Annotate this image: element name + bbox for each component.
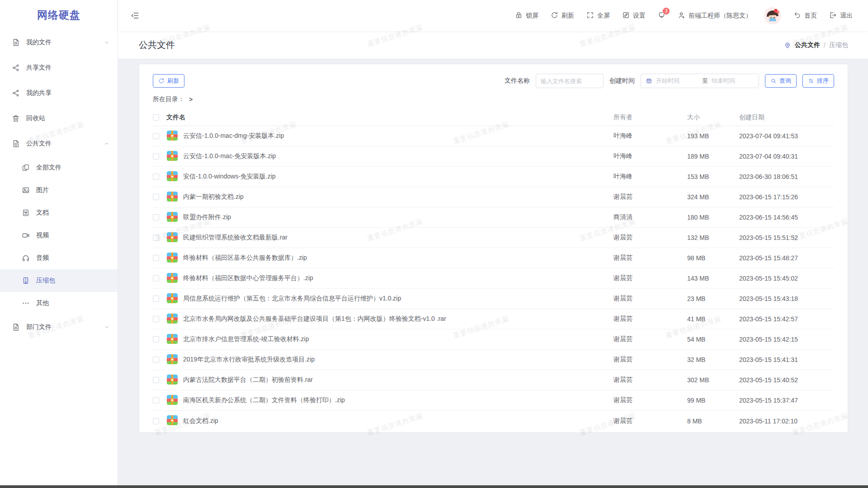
row-checkbox[interactable] xyxy=(153,194,159,200)
sidebar-item-archives[interactable]: 压缩包 xyxy=(0,269,118,292)
sidebar-item-my-files[interactable]: 我的文件 xyxy=(0,30,118,55)
home-button[interactable]: 首页 xyxy=(793,11,817,20)
sidebar-fold-icon[interactable] xyxy=(131,11,139,20)
table-row[interactable]: 联盟办件附件.zip商清清180 MB2023-06-15 14:56:45 xyxy=(153,207,834,228)
row-checkbox[interactable] xyxy=(153,235,159,241)
sidebar-item-public-files[interactable]: 公共文件 xyxy=(0,131,118,156)
file-size: 193 MB xyxy=(687,132,739,140)
page-title: 公共文件 xyxy=(139,39,175,51)
file-name[interactable]: 联盟办件附件.zip xyxy=(183,213,231,221)
date-start-placeholder[interactable]: 开始时间 xyxy=(656,77,698,85)
file-name[interactable]: 终验材料（福田区数据中心管理服务平台）.zip xyxy=(183,274,313,282)
file-size: 132 MB xyxy=(687,234,739,241)
logout-button[interactable]: 退出 xyxy=(829,11,853,20)
file-date: 2023-05-15 15:51:52 xyxy=(739,234,834,241)
table-row[interactable]: 内蒙古法院大数据平台（二期）初验前资料.rar谢晨芸302 MB2023-05-… xyxy=(153,370,834,390)
file-name-cell: 2019年北京市水行政审批系统升级改造项目.zip xyxy=(166,353,613,366)
trash-icon xyxy=(12,114,20,122)
fullscreen-icon xyxy=(586,11,594,20)
file-owner: 谢晨芸 xyxy=(613,417,687,425)
file-name[interactable]: 北京市排水户信息管理系统-竣工验收材料.zip xyxy=(183,335,309,343)
sidebar-item-images[interactable]: 图片 xyxy=(0,179,118,202)
filename-search-input[interactable] xyxy=(536,74,604,88)
file-name[interactable]: 内蒙古法院大数据平台（二期）初验前资料.rar xyxy=(183,376,313,384)
zip-file-icon xyxy=(166,394,178,407)
sidebar-item-audio[interactable]: 音频 xyxy=(0,247,118,269)
refresh-button[interactable]: 刷新 xyxy=(153,74,184,88)
zip-file-icon xyxy=(166,191,178,204)
table-row[interactable]: 北京市水务局内网改版及公共服务基础平台建设项目（第1包：内网改版）终验验文档-v… xyxy=(153,309,834,329)
row-checkbox[interactable] xyxy=(153,255,159,261)
file-size: 324 MB xyxy=(687,193,739,201)
sidebar-item-shared-files[interactable]: 共享文件 xyxy=(0,55,118,80)
sort-button[interactable]: 排序 xyxy=(802,74,834,88)
row-checkbox[interactable] xyxy=(153,377,159,383)
row-checkbox[interactable] xyxy=(153,336,159,343)
row-checkbox[interactable] xyxy=(153,418,159,424)
chevron-down-icon xyxy=(104,40,109,45)
row-checkbox[interactable] xyxy=(153,214,159,221)
sidebar-item-others[interactable]: 其他 xyxy=(0,292,118,314)
table-row[interactable]: 安信-1.0.0-windows-免安装版.zip叶海峰153 MB2023-0… xyxy=(153,167,834,187)
refresh-button[interactable]: 刷新 xyxy=(551,11,574,20)
breadcrumb: 公共文件 / 压缩包 xyxy=(784,41,848,49)
table-row[interactable]: 内蒙一期初验文档.zip谢晨芸324 MB2023-06-15 17:15:26 xyxy=(153,187,834,207)
file-name[interactable]: 局信息系统运行维护（第五包：北京市水务局综合信息平台运行维护）v1.0.zip xyxy=(183,295,401,303)
fullscreen-button[interactable]: 全屏 xyxy=(586,11,610,20)
file-name[interactable]: 民建组织管理系统验收文档最新版.rar xyxy=(183,234,288,242)
select-all-checkbox[interactable] xyxy=(153,114,159,121)
main-area: 锁屏刷新全屏设置3前端工程师（陈思文）首页退出 公共文件 公共文件 / 压缩包 … xyxy=(118,0,868,488)
notifications-button[interactable]: 3 xyxy=(658,11,665,20)
zip-file-icon xyxy=(166,333,178,346)
row-checkbox[interactable] xyxy=(153,296,159,302)
query-button[interactable]: 查询 xyxy=(765,74,797,88)
breadcrumb-root[interactable]: 公共文件 xyxy=(795,41,820,49)
directory-label: 所在目录： xyxy=(153,95,184,103)
row-checkbox[interactable] xyxy=(153,397,159,404)
row-checkbox[interactable] xyxy=(153,133,159,139)
table-row[interactable]: 终验材料（福田区基本公共服务数据库）.zip谢晨芸98 MB2023-05-15… xyxy=(153,248,834,268)
table-row[interactable]: 红会文档.zip谢晨芸8 MB2023-05-11 17:02:10 xyxy=(153,411,834,431)
file-name[interactable]: 云安信-1.0.0-mac-免安装版本.zip xyxy=(183,152,276,160)
sidebar-item-documents[interactable]: 文档 xyxy=(0,202,118,224)
row-checkbox[interactable] xyxy=(153,357,159,363)
table-row[interactable]: 北京市排水户信息管理系统-竣工验收材料.zip谢晨芸54 MB2023-05-1… xyxy=(153,329,834,350)
directory-arrow: > xyxy=(189,96,193,103)
table-row[interactable]: 民建组织管理系统验收文档最新版.rar谢晨芸132 MB2023-05-15 1… xyxy=(153,228,834,248)
sidebar-item-my-shares[interactable]: 我的共享 xyxy=(0,80,118,106)
sidebar-item-department-files[interactable]: 部门文件 xyxy=(0,314,118,340)
row-checkbox[interactable] xyxy=(153,275,159,282)
sidebar-item-videos[interactable]: 视频 xyxy=(0,224,118,247)
file-name[interactable]: 云安信-1.0.0-mac-dmg-安装版本.zip xyxy=(183,132,284,140)
table-row[interactable]: 南海区机关新办公系统（二期）文件资料（终验打印）.zip谢晨芸99 MB2023… xyxy=(153,390,834,411)
file-name[interactable]: 内蒙一期初验文档.zip xyxy=(183,193,244,201)
user-menu[interactable]: 前端工程师（陈思文） xyxy=(678,11,752,20)
file-name[interactable]: 2019年北京市水行政审批系统升级改造项目.zip xyxy=(183,356,315,364)
table-row[interactable]: 云安信-1.0.0-mac-dmg-安装版本.zip叶海峰193 MB2023-… xyxy=(153,126,834,146)
table-row[interactable]: 局信息系统运行维护（第五包：北京市水务局综合信息平台运行维护）v1.0.zip谢… xyxy=(153,289,834,309)
row-checkbox[interactable] xyxy=(153,153,159,160)
table-row[interactable]: 云安信-1.0.0-mac-免安装版本.zip叶海峰189 MB2023-07-… xyxy=(153,146,834,167)
lock-screen-button[interactable]: 锁屏 xyxy=(515,11,538,20)
user-avatar[interactable] xyxy=(764,7,781,24)
current-directory: 所在目录： > xyxy=(153,95,834,103)
zip-file-icon xyxy=(166,374,178,387)
ellipsis-icon xyxy=(22,299,30,307)
settings-button[interactable]: 设置 xyxy=(622,11,646,20)
table-row[interactable]: 2019年北京市水行政审批系统升级改造项目.zip谢晨芸32 MB2023-05… xyxy=(153,350,834,370)
table-row[interactable]: 终验材料（福田区数据中心管理服务平台）.zip谢晨芸143 MB2023-05-… xyxy=(153,268,834,289)
date-end-placeholder[interactable]: 结束时间 xyxy=(712,77,754,85)
created-time-label: 创建时间 xyxy=(609,77,635,85)
zip-file-icon xyxy=(166,353,178,366)
sidebar-item-recycle-bin[interactable]: 回收站 xyxy=(0,106,118,131)
row-checkbox[interactable] xyxy=(153,174,159,180)
file-name[interactable]: 南海区机关新办公系统（二期）文件资料（终验打印）.zip xyxy=(183,396,345,404)
file-owner: 谢晨芸 xyxy=(613,396,687,404)
file-name[interactable]: 红会文档.zip xyxy=(183,417,218,425)
date-range-picker[interactable]: 开始时间 至 结束时间 xyxy=(641,74,759,88)
file-name[interactable]: 北京市水务局内网改版及公共服务基础平台建设项目（第1包：内网改版）终验验文档-v… xyxy=(183,315,446,323)
file-name[interactable]: 终验材料（福田区基本公共服务数据库）.zip xyxy=(183,254,307,262)
row-checkbox[interactable] xyxy=(153,316,159,322)
file-name[interactable]: 安信-1.0.0-windows-免安装版.zip xyxy=(183,173,276,181)
sidebar-item-all-files[interactable]: 全部文件 xyxy=(0,156,118,179)
